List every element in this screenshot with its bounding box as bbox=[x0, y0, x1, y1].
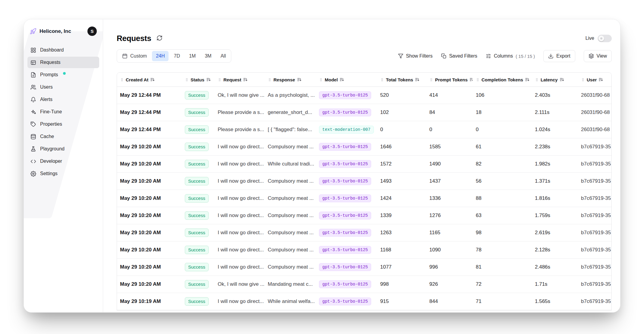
saved-filters-label: Saved Filters bbox=[449, 53, 477, 59]
sidebar-item-requests[interactable]: Requests bbox=[27, 57, 99, 68]
model-badge: gpt-3.5-turbo-0125 bbox=[319, 263, 371, 271]
cell-user: b7c67919-35 bbox=[578, 144, 612, 150]
sidebar-item-cache[interactable]: Cache bbox=[27, 131, 99, 142]
sidebar-item-playground[interactable]: Playground bbox=[27, 143, 99, 155]
cell-completion-tokens: 71 bbox=[473, 298, 532, 304]
table-row[interactable]: May 29 10:20 AMSuccessI will now go dire… bbox=[117, 207, 611, 224]
status-badge: Success bbox=[185, 280, 209, 288]
cell-user: 26031f90-68 bbox=[578, 109, 612, 115]
live-toggle[interactable] bbox=[598, 35, 612, 42]
cell-completion-tokens: 0 bbox=[473, 127, 532, 133]
table-row[interactable]: May 29 10:20 AMSuccessI will now go dire… bbox=[117, 156, 611, 173]
column-label: Response bbox=[273, 77, 295, 82]
show-filters-button[interactable]: Show Filters bbox=[398, 53, 433, 59]
table-row[interactable]: May 29 12:44 PMSuccessPlease provide a s… bbox=[117, 104, 611, 121]
table-row[interactable]: May 29 12:44 PMSuccessPlease provide a s… bbox=[117, 121, 611, 138]
cell-model: gpt-3.5-turbo-0125 bbox=[316, 109, 377, 116]
cell-total-tokens: 102 bbox=[377, 109, 426, 115]
sidebar-item-label: Dashboard bbox=[40, 47, 64, 53]
table-row[interactable]: May 29 10:20 AMSuccessI will now go dire… bbox=[117, 259, 611, 276]
table-row[interactable]: May 29 10:20 AMSuccessOk, I will now giv… bbox=[117, 276, 611, 293]
avatar[interactable]: S bbox=[87, 27, 97, 36]
cell-total-tokens: 1493 bbox=[377, 178, 426, 184]
column-header-response[interactable]: Response bbox=[265, 77, 316, 82]
time-filter-1m[interactable]: 1M bbox=[185, 51, 200, 61]
developer-icon bbox=[30, 159, 36, 164]
sidebar-item-dashboard[interactable]: Dashboard bbox=[27, 44, 99, 56]
column-header-created-at[interactable]: Created At bbox=[117, 77, 182, 82]
cell-response: Mandating meat c... bbox=[265, 281, 316, 287]
table-row[interactable]: May 29 10:20 AMSuccessI will now go dire… bbox=[117, 190, 611, 207]
cell-prompt-tokens: 414 bbox=[426, 92, 473, 98]
table-row[interactable]: May 29 12:44 PMSuccessOk, I will now giv… bbox=[117, 87, 611, 104]
time-filter-24h[interactable]: 24H bbox=[152, 51, 169, 61]
time-filter-label: 7D bbox=[174, 53, 180, 59]
live-toggle-group: Live bbox=[586, 35, 612, 42]
sidebar-item-fine-tune[interactable]: Fine-Tune bbox=[27, 106, 99, 118]
refresh-button[interactable] bbox=[156, 34, 163, 43]
org-switcher[interactable]: Helicone, Inc S bbox=[27, 25, 99, 37]
column-header-latency[interactable]: Latency bbox=[532, 77, 578, 82]
time-filter-7d[interactable]: 7D bbox=[170, 51, 184, 61]
time-filter-all[interactable]: All bbox=[216, 51, 230, 61]
cell-request: I will now go direct... bbox=[215, 161, 265, 167]
cell-status: Success bbox=[182, 91, 215, 99]
grip-icon bbox=[319, 78, 323, 82]
time-filter-3m[interactable]: 3M bbox=[201, 51, 215, 61]
column-header-total-tokens[interactable]: Total Tokens bbox=[377, 77, 426, 82]
sidebar-item-alerts[interactable]: Alerts bbox=[27, 94, 99, 105]
cell-response: [ { "flagged": false... bbox=[265, 127, 316, 133]
column-header-user[interactable]: User bbox=[578, 77, 612, 82]
cell-total-tokens: 1424 bbox=[377, 195, 426, 201]
cell-model: gpt-3.5-turbo-0125 bbox=[316, 246, 377, 254]
status-badge: Success bbox=[185, 263, 209, 271]
export-button[interactable]: Export bbox=[543, 50, 575, 62]
cell-status: Success bbox=[182, 143, 215, 151]
column-label: User bbox=[587, 77, 597, 82]
cell-request: Please provide a s... bbox=[215, 109, 265, 115]
sidebar-item-properties[interactable]: Properties bbox=[27, 118, 99, 130]
column-header-model[interactable]: Model bbox=[316, 77, 377, 82]
cell-completion-tokens: 88 bbox=[473, 195, 532, 201]
cell-created-at: May 29 10:20 AM bbox=[117, 230, 182, 236]
cell-status: Success bbox=[182, 125, 215, 134]
table-row[interactable]: May 29 10:20 AMSuccessI will now go dire… bbox=[117, 173, 611, 190]
column-label: Prompt Tokens bbox=[435, 77, 468, 82]
sidebar-item-developer[interactable]: Developer bbox=[27, 156, 99, 167]
status-badge: Success bbox=[185, 125, 209, 134]
cell-user: 26031f90-68 bbox=[578, 127, 612, 133]
columns-button[interactable]: Columns ( 15 / 15 ) bbox=[486, 53, 535, 59]
view-button[interactable]: View bbox=[584, 50, 612, 62]
cell-response: Compulsory meat ... bbox=[265, 213, 316, 219]
column-header-status[interactable]: Status bbox=[182, 77, 215, 82]
cell-prompt-tokens: 1165 bbox=[426, 230, 473, 236]
model-badge: gpt-3.5-turbo-0125 bbox=[319, 280, 371, 288]
column-header-completion-tokens[interactable]: Completion Tokens bbox=[473, 77, 532, 82]
column-header-request[interactable]: Request bbox=[215, 77, 265, 82]
grip-icon bbox=[268, 78, 272, 82]
cell-request: Ok, I will now give ... bbox=[215, 281, 265, 287]
saved-filters-button[interactable]: Saved Filters bbox=[441, 53, 477, 59]
sidebar-item-prompts[interactable]: Prompts bbox=[27, 69, 99, 80]
cell-model: gpt-3.5-turbo-0125 bbox=[316, 263, 377, 271]
cell-latency: 2.403s bbox=[532, 92, 578, 98]
cell-status: Success bbox=[182, 246, 215, 254]
table-row[interactable]: May 29 10:20 AMSuccessI will now go dire… bbox=[117, 241, 611, 259]
column-label: Completion Tokens bbox=[481, 77, 523, 82]
cell-request: I will now go direct... bbox=[215, 178, 265, 184]
time-filter-custom[interactable]: Custom bbox=[118, 51, 151, 61]
table-row[interactable]: May 29 10:20 AMSuccessI will now go dire… bbox=[117, 224, 611, 241]
table-row[interactable]: May 29 10:19 AMSuccessI will now go dire… bbox=[117, 293, 611, 310]
table-row[interactable]: May 29 10:20 AMSuccessI will now go dire… bbox=[117, 138, 611, 156]
model-badge: gpt-3.5-turbo-0125 bbox=[319, 194, 371, 202]
column-header-prompt-tokens[interactable]: Prompt Tokens bbox=[426, 77, 473, 82]
toggle-knob bbox=[598, 36, 604, 41]
properties-icon bbox=[30, 121, 36, 127]
column-label: Request bbox=[223, 77, 241, 82]
cell-request: I will now go direct... bbox=[215, 230, 265, 236]
sidebar-item-users[interactable]: Users bbox=[27, 81, 99, 93]
helicone-logo-icon bbox=[30, 28, 36, 35]
live-label: Live bbox=[586, 36, 594, 41]
sidebar-item-settings[interactable]: Settings bbox=[27, 168, 99, 179]
cell-user: b7c67919-35 bbox=[578, 298, 612, 304]
